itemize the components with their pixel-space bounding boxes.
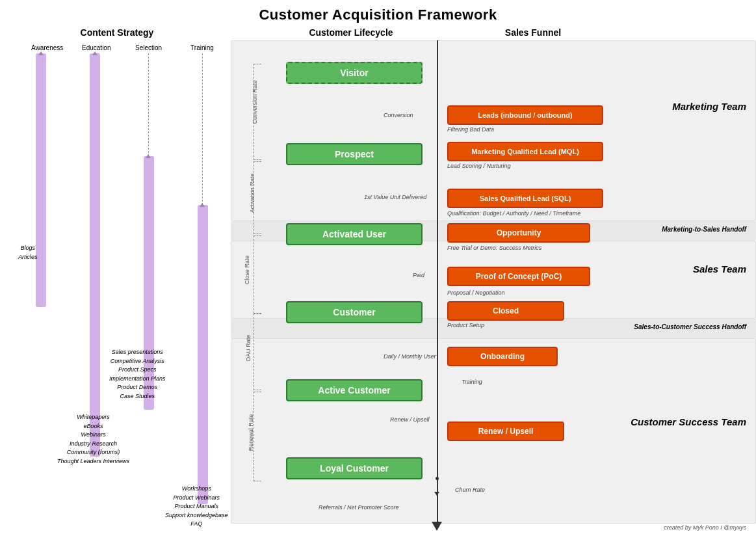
cs-training-col [198, 205, 208, 504]
content-strategy-header: Content Strategy [20, 27, 215, 38]
sf-onboarding: Onboarding [447, 347, 558, 366]
dau-rate-bracket [254, 314, 261, 390]
renewal-rate-bracket [254, 392, 261, 481]
label-referrals: Referrals / Net Promoter Score [319, 504, 399, 511]
cs-education-label: Education [82, 44, 108, 51]
cs-education-items: WhitepaperseBooksWebinarsIndustry Resear… [57, 413, 129, 466]
education-arrow [92, 51, 98, 55]
cs-awareness-items: BlogsArticles [18, 244, 38, 261]
cs-training-items: WorkshopsProduct WebinarsProduct Manuals… [165, 485, 228, 529]
page-title: Customer Acquisition Framework [7, 7, 749, 23]
selection-arrow-line [148, 53, 149, 156]
dau-rate-label: DAU Rate [245, 335, 252, 362]
cs-selection-label: Selection [135, 44, 161, 51]
lifecycle-visitor: Visitor [286, 62, 423, 84]
churn-arrow-line [437, 480, 437, 493]
cs-education-col [90, 53, 100, 457]
footer: created by Myk Pono I @myxys [664, 524, 746, 531]
team-sales-label: Sales Team [693, 263, 746, 275]
close-rate-label: Close Rate [244, 256, 250, 285]
lifecycle-active-customer: Active Customer [286, 379, 423, 401]
team-customer-label: Customer Success Team [631, 416, 746, 427]
sales-funnel-header: Sales Funnel [449, 27, 618, 38]
cs-selection-items: Sales presentationsCompetitive AnalysisP… [109, 348, 166, 401]
label-churn-rate: Churn Rate [455, 487, 485, 493]
lifecycle-prospect: Prospect [286, 143, 423, 165]
selection-arrow [146, 154, 151, 158]
lifecycle-header: Customer Lifecycle [270, 27, 432, 38]
sf-poc: Proof of Concept (PoC) [447, 267, 590, 286]
activation-rate-label: Activation Rate [249, 174, 255, 213]
training-arrow-line [202, 53, 203, 205]
label-free-trial: Free Trial or Demo: Success Metrics [447, 245, 541, 251]
sf-leads: Leads (inbound / outbound) [447, 105, 603, 125]
label-product-setup: Product Setup [447, 322, 484, 328]
label-1st-value: 1st Value Unit Delivered [364, 194, 426, 200]
label-conversion: Conversion [384, 112, 413, 118]
lifecycle-activated-user: Activated User [286, 223, 423, 245]
cs-awareness-label: Awareness [31, 44, 51, 51]
label-qualification: Qualification: Budget / Authority / Need… [447, 210, 580, 217]
sf-sql: Sales Qualified Lead (SQL) [447, 189, 603, 208]
handoff1-label: Marketing-to-Sales Handoff [662, 226, 746, 233]
awareness-arrow [38, 51, 44, 55]
team-marketing-label: Marketing Team [672, 101, 746, 112]
label-proposal: Proposal / Negotiation [447, 289, 505, 296]
sf-mql: Marketing Qualified Lead (MQL) [447, 142, 603, 161]
churn-arrow-head [434, 492, 439, 496]
label-daily-monthly: Daily / Monthly User [384, 353, 436, 360]
main-container: Customer Acquisition Framework Content S… [0, 0, 756, 536]
cs-training-label: Training [189, 44, 215, 51]
lifecycle-loyal-customer: Loyal Customer [286, 457, 423, 479]
label-filtering: Filtering Bad Data [447, 126, 494, 133]
sf-opportunity: Opportunity [447, 223, 590, 243]
sf-renew-upsell: Renew / Upsell [447, 422, 564, 441]
training-arrow [200, 203, 205, 207]
vertical-line [437, 40, 438, 523]
label-renew-upsell: Renew / Upsell [390, 416, 430, 423]
close-rate-bracket [254, 235, 261, 314]
label-training: Training [462, 379, 482, 385]
renewal-rate-label: Renewal Rate [248, 414, 254, 451]
label-lead-scoring: Lead Scoring / Nurturing [447, 163, 511, 169]
down-arrow-icon [432, 522, 442, 531]
sf-closed: Closed [447, 301, 564, 321]
lifecycle-customer: Customer [286, 301, 423, 323]
cs-awareness-col [36, 53, 46, 307]
label-paid: Paid [413, 272, 424, 278]
conversion-rate-label: Conversion Rate [252, 80, 258, 124]
handoff2-label: Sales-to-Customer Success Handoff [634, 323, 746, 330]
